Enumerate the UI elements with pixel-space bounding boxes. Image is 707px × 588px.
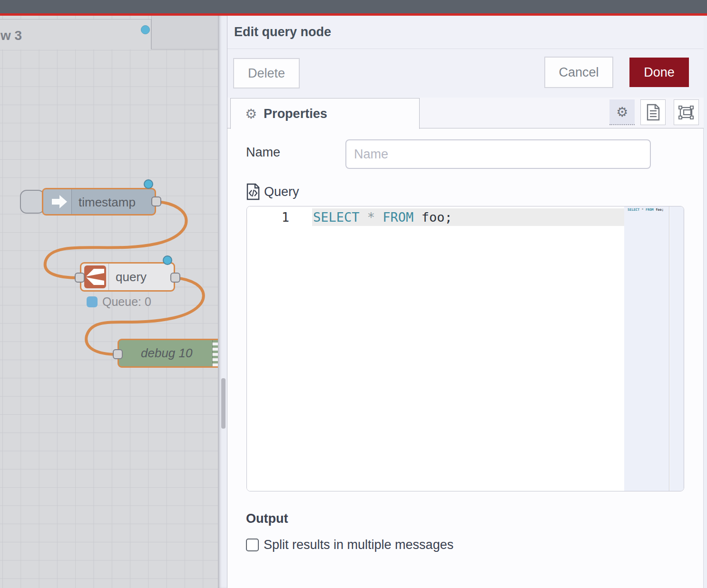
tab-properties-label: Properties [264,107,327,121]
timestamp-output-port[interactable] [151,196,161,206]
app-header-bar [0,0,707,13]
editor-gutter: 1 [247,206,312,491]
node-description-button[interactable] [640,99,666,125]
node-appearance-button[interactable] [674,99,699,125]
tray-toolbar: Delete Cancel Done [227,49,704,98]
name-label: Name [246,145,280,160]
tray-header: Edit query node [227,16,704,49]
tray-title: Edit query node [234,25,331,39]
query-label-row: Query [246,183,299,200]
editor-code-line[interactable]: SELECT * FROM foo; [313,210,452,225]
inject-trigger-button[interactable] [20,190,45,214]
split-results-checkbox[interactable] [246,539,259,551]
edit-tray: Edit query node Delete Cancel Done ⚙ Pro… [227,16,703,588]
query-input-port[interactable] [75,273,85,283]
node-label: timestamp [79,195,136,210]
flow-tab-active[interactable]: w 3 [0,19,151,49]
sql-operator: * [367,210,375,225]
node-query[interactable]: query [80,262,175,292]
name-input[interactable] [345,139,651,169]
delete-button[interactable]: Delete [233,58,300,88]
canvas-scroll-strip [218,16,227,588]
arrow-right-icon [43,189,72,214]
gear-icon: ⚙ [616,104,628,120]
sql-keyword: FROM [383,210,413,225]
split-results-row: Split results in multiple messages [246,538,453,552]
node-red-app: w 3 timestamp [0,0,707,588]
tab-properties[interactable]: ⚙ Properties [230,98,420,129]
file-code-icon [246,183,260,200]
query-status: Queue: 0 [87,295,151,309]
split-results-label: Split results in multiple messages [264,538,453,552]
split-merge-icon [84,265,106,288]
flow-tab-next[interactable] [151,16,218,49]
gear-icon: ⚙ [245,106,257,122]
tab-unsaved-dot-icon [141,25,150,34]
timestamp-changed-indicator-icon [144,179,153,189]
node-label: debug 10 [141,346,192,361]
inject-icon-section [43,189,72,214]
query-output-port[interactable] [170,273,180,283]
flow-tabbar: w 3 [0,16,218,49]
flow-canvas[interactable]: w 3 timestamp [0,16,218,588]
tray-tabrow: ⚙ Properties ⚙ [227,98,704,128]
query-code-editor[interactable]: 1 SELECT * FROM foo; SELECT * FROM foo; [246,206,684,491]
sql-identifier: foo; [422,210,452,225]
node-inject-timestamp[interactable]: timestamp [42,188,156,216]
cancel-button[interactable]: Cancel [544,57,613,88]
status-text: Queue: 0 [102,295,151,309]
done-button[interactable]: Done [629,58,689,87]
query-changed-indicator-icon [163,255,172,265]
output-heading: Output [246,511,288,526]
doc-icon [646,104,660,121]
header-accent-line [0,13,707,16]
line-number: 1 [282,210,289,225]
flow-tab-label: w 3 [0,28,22,43]
status-dot-icon [87,296,98,307]
workspace-right-scroll-strip [703,16,707,588]
expand-icon [678,104,695,121]
name-form-row: Name [227,128,704,186]
node-debug[interactable]: debug 10 [118,339,218,368]
query-label: Query [264,185,299,199]
minimap-code-line: SELECT * FROM foo; [628,208,664,212]
debug-toggle-button[interactable] [212,340,218,366]
canvas-vertical-scrollbar[interactable] [221,378,226,429]
query-icon-section [81,264,109,290]
node-label: query [116,270,147,284]
editor-scrollbar-track[interactable] [670,206,684,491]
sql-keyword: SELECT [313,210,360,225]
editor-minimap[interactable]: SELECT * FROM foo; [624,206,669,491]
debug-input-port[interactable] [113,349,123,359]
edit-properties-button[interactable]: ⚙ [609,99,635,125]
